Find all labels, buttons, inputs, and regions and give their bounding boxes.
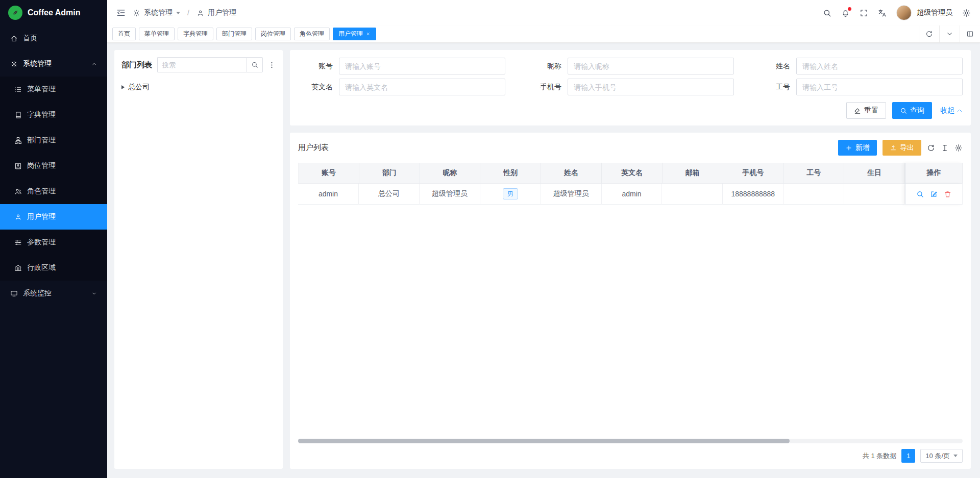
sidebar-item-role-manage[interactable]: 角色管理 bbox=[0, 179, 107, 204]
tab-dict-manage[interactable]: 字典管理 bbox=[178, 28, 213, 40]
column-width-icon bbox=[941, 144, 949, 152]
user-avatar[interactable] bbox=[896, 5, 912, 20]
cell-nickname: 超级管理员 bbox=[420, 184, 480, 205]
column-header-action: 操作 bbox=[905, 163, 963, 184]
gear-icon bbox=[133, 9, 140, 17]
department-tree-icon bbox=[14, 137, 22, 144]
tree-node-head-office[interactable]: 总公司 bbox=[121, 80, 276, 94]
refresh-table-button[interactable] bbox=[927, 144, 935, 152]
edit-row-button[interactable] bbox=[930, 190, 938, 198]
search-icon[interactable] bbox=[823, 9, 831, 17]
refresh-tab-button[interactable] bbox=[919, 26, 939, 42]
collapse-form-link[interactable]: 收起 bbox=[940, 106, 963, 115]
tab-label: 首页 bbox=[118, 30, 130, 38]
column-header: 性别 bbox=[480, 163, 541, 184]
fullscreen-icon[interactable] bbox=[860, 9, 868, 17]
tab-menu-manage[interactable]: 菜单管理 bbox=[139, 28, 175, 40]
department-more-menu[interactable] bbox=[268, 61, 276, 69]
right-column: 账号 昵称 姓名 英文名 bbox=[290, 50, 971, 469]
sidebar-item-label: 参数管理 bbox=[27, 238, 56, 247]
sidebar-item-system-monitor[interactable]: 系统监控 bbox=[0, 281, 107, 306]
department-search-input[interactable] bbox=[157, 57, 247, 72]
chevron-up-icon bbox=[91, 61, 97, 67]
vertical-dots-icon bbox=[268, 61, 276, 69]
tab-post-manage[interactable]: 岗位管理 bbox=[255, 28, 291, 40]
department-panel-title: 部门列表 bbox=[121, 60, 152, 70]
field-label: 账号 bbox=[295, 62, 339, 71]
english-name-input[interactable] bbox=[339, 79, 505, 95]
field-phone: 手机号 bbox=[524, 79, 734, 95]
close-icon[interactable] bbox=[366, 32, 371, 36]
collapse-sidebar-icon[interactable] bbox=[116, 8, 126, 17]
cell-phone: 18888888888 bbox=[723, 184, 783, 205]
breadcrumb-item-user-manage[interactable]: 用户管理 bbox=[197, 8, 236, 17]
monitor-icon bbox=[10, 290, 18, 297]
app-logo: Coffee Admin bbox=[0, 0, 107, 26]
department-search-button[interactable] bbox=[247, 57, 263, 72]
sidebar-item-admin-region[interactable]: 行政区域 bbox=[0, 255, 107, 281]
tab-options-dropdown[interactable] bbox=[939, 26, 960, 42]
breadcrumb-item-system-manage[interactable]: 系统管理 bbox=[133, 8, 180, 17]
horizontal-scrollbar-thumb[interactable] bbox=[298, 439, 790, 443]
sidebar-item-post-manage[interactable]: 岗位管理 bbox=[0, 153, 107, 179]
sidebar-item-home[interactable]: 首页 bbox=[0, 26, 107, 51]
tab-role-manage[interactable]: 角色管理 bbox=[294, 28, 330, 40]
page-number-button[interactable]: 1 bbox=[901, 449, 915, 463]
menu-list-icon bbox=[14, 86, 22, 93]
page-size-select[interactable]: 10 条/页 bbox=[920, 449, 963, 463]
coffee-logo-icon bbox=[8, 6, 22, 20]
sidebar-item-dict-manage[interactable]: 字典管理 bbox=[0, 102, 107, 128]
name-input[interactable] bbox=[796, 58, 963, 74]
department-panel: 部门列表 总公司 bbox=[114, 50, 283, 469]
account-input[interactable] bbox=[339, 58, 505, 74]
query-button[interactable]: 查询 bbox=[892, 102, 932, 119]
layout-toggle-button[interactable] bbox=[960, 26, 980, 42]
add-user-button[interactable]: 新增 bbox=[838, 140, 877, 156]
tab-home[interactable]: 首页 bbox=[112, 28, 136, 40]
sidebar-submenu: 菜单管理 字典管理 部门管理 岗位管理 角色管理 用户管理 参数管理 行政区域 bbox=[0, 77, 107, 281]
sidebar-item-dept-manage[interactable]: 部门管理 bbox=[0, 128, 107, 153]
sidebar-item-system-manage[interactable]: 系统管理 bbox=[0, 51, 107, 77]
field-english-name: 英文名 bbox=[295, 79, 505, 95]
gear-icon bbox=[10, 60, 18, 68]
delete-row-button[interactable] bbox=[944, 190, 951, 198]
work-id-input[interactable] bbox=[796, 79, 963, 95]
sidebar-item-label: 行政区域 bbox=[27, 263, 56, 272]
username-text[interactable]: 超级管理员 bbox=[917, 8, 952, 17]
sidebar: Coffee Admin 首页 系统管理 菜单管理 字典管理 部门管理 岗位管理… bbox=[0, 0, 107, 478]
tab-label: 字典管理 bbox=[183, 30, 208, 38]
reset-button[interactable]: 重置 bbox=[846, 102, 886, 119]
column-header: 邮箱 bbox=[663, 163, 723, 184]
export-button[interactable]: 导出 bbox=[883, 140, 921, 156]
department-tree: 总公司 bbox=[121, 80, 276, 94]
nickname-input[interactable] bbox=[568, 58, 734, 74]
params-sliders-icon bbox=[14, 239, 22, 246]
chevron-down-icon bbox=[91, 291, 97, 296]
query-button-label: 查询 bbox=[910, 106, 924, 115]
cell-name: 超级管理员 bbox=[541, 184, 602, 205]
translate-icon[interactable] bbox=[878, 9, 887, 17]
sidebar-item-params-manage[interactable]: 参数管理 bbox=[0, 230, 107, 255]
tab-dept-manage[interactable]: 部门管理 bbox=[216, 28, 252, 40]
sidebar-item-menu-manage[interactable]: 菜单管理 bbox=[0, 77, 107, 102]
column-width-button[interactable] bbox=[941, 144, 949, 152]
settings-gear-icon[interactable] bbox=[962, 9, 971, 17]
view-row-button[interactable] bbox=[916, 190, 924, 198]
region-bank-icon bbox=[14, 264, 22, 272]
delete-trash-icon bbox=[944, 190, 951, 198]
tree-expand-caret-icon[interactable] bbox=[121, 85, 125, 89]
phone-input[interactable] bbox=[568, 79, 734, 95]
dictionary-icon bbox=[14, 111, 22, 119]
sidebar-item-user-manage[interactable]: 用户管理 bbox=[0, 204, 107, 230]
gender-tag: 男 bbox=[503, 188, 518, 199]
table-settings-button[interactable] bbox=[954, 144, 963, 152]
cell-dept: 总公司 bbox=[359, 184, 420, 205]
notification-bell[interactable] bbox=[841, 9, 850, 17]
tab-user-manage[interactable]: 用户管理 bbox=[333, 28, 376, 40]
field-label: 工号 bbox=[752, 83, 796, 92]
refresh-icon bbox=[925, 30, 933, 38]
user-list-title: 用户列表 bbox=[298, 143, 329, 153]
page-size-value: 10 条/页 bbox=[925, 451, 950, 461]
breadcrumb-label: 用户管理 bbox=[208, 8, 236, 17]
field-nickname: 昵称 bbox=[524, 58, 734, 74]
